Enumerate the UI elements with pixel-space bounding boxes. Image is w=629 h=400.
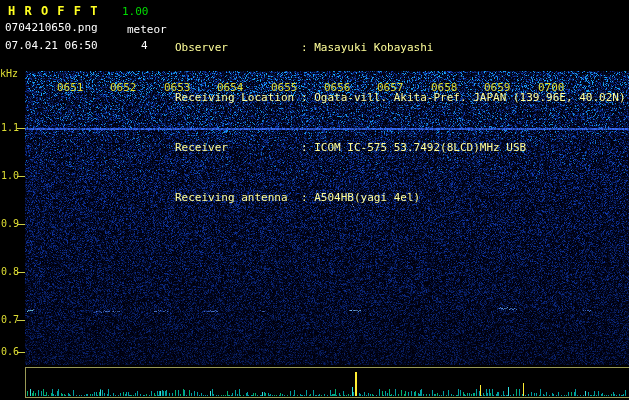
freq-label: 1.1: [1, 122, 19, 133]
time-label: 0659: [484, 81, 511, 94]
app-version: 1.00: [122, 5, 149, 18]
time-label: 0654: [217, 81, 244, 94]
time-label: 0653: [164, 81, 191, 94]
time-label: 0651: [57, 81, 84, 94]
freq-label: 0.7: [1, 314, 19, 325]
app-title: H R O F F T: [8, 4, 98, 18]
time-label: 0656: [324, 81, 351, 94]
info-label: Observer: [175, 42, 301, 54]
freq-label: 0.6: [1, 346, 19, 357]
datetime-label: 07.04.21 06:50: [5, 39, 98, 52]
time-label: 0657: [377, 81, 404, 94]
freq-label: 1.0: [1, 170, 19, 181]
info-value: : ICOM IC-575 53.7492(8LCD)MHz USB: [301, 141, 526, 154]
station-info: Observer: Masayuki Kobayashi Receiving L…: [175, 4, 629, 64]
freq-label: 0.8: [1, 266, 19, 277]
info-value: : Masayuki Kobayashi: [301, 41, 433, 54]
hrofft-app: H R O F F T 1.00 0704210650.png meteor 0…: [0, 0, 629, 400]
time-label: 0700: [538, 81, 565, 94]
info-label: Receiving antenna: [175, 192, 301, 204]
meteor-count: 4: [141, 39, 148, 52]
info-label: Receiver: [175, 142, 301, 154]
mode-label: meteor: [127, 23, 167, 36]
info-row-observer: Observer: Masayuki Kobayashi: [175, 42, 629, 54]
output-filename: 0704210650.png: [5, 21, 98, 34]
info-value: : A504HB(yagi 4el): [301, 191, 420, 204]
freq-unit-label: kHz: [0, 68, 18, 79]
info-row-receiver: Receiver: ICOM IC-575 53.7492(8LCD)MHz U…: [175, 142, 629, 154]
info-row-antenna: Receiving antenna: A504HB(yagi 4el): [175, 192, 629, 204]
freq-label: 0.9: [1, 218, 19, 229]
time-label: 0655: [271, 81, 298, 94]
time-label: 0652: [110, 81, 137, 94]
time-label: 0658: [431, 81, 458, 94]
